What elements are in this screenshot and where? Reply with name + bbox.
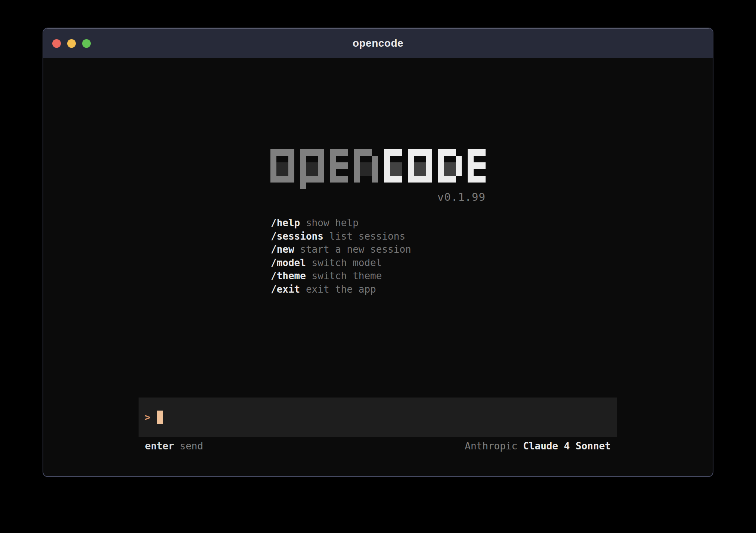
title-bar: opencode (43, 28, 713, 58)
command-item: /help show help (271, 216, 411, 230)
command-name: /theme (271, 270, 306, 281)
close-button[interactable] (52, 39, 61, 48)
command-description: list sessions (329, 231, 406, 242)
model-label: Claude 4 Sonnet (523, 440, 611, 452)
status-bar: entersend AnthropicClaude 4 Sonnet (139, 439, 617, 453)
opencode-logo (270, 149, 486, 189)
input-line: > (139, 398, 617, 437)
command-item: /exit exit the app (271, 283, 411, 296)
command-description: switch theme (312, 270, 382, 281)
version-label: v0.1.99 (270, 190, 486, 204)
terminal-content: v0.1.99 /help show help/sessions list se… (43, 58, 713, 476)
command-description: exit the app (306, 284, 376, 295)
keybind-hint: entersend (145, 439, 203, 453)
command-name: /help (271, 217, 300, 228)
prompt-symbol: > (145, 412, 151, 423)
keybind-action: send (180, 440, 203, 452)
command-name: /exit (271, 284, 300, 295)
keybind-key: enter (145, 440, 174, 452)
model-indicator: AnthropicClaude 4 Sonnet (465, 439, 611, 453)
app-window: opencode v0.1.99 /help show help/session… (43, 28, 713, 477)
command-name: /new (271, 244, 294, 255)
provider-label: Anthropic (465, 440, 517, 452)
command-item: /new start a new session (271, 243, 411, 256)
command-list: /help show help/sessions list sessions/n… (271, 216, 411, 296)
text-cursor (157, 411, 163, 424)
command-description: start a new session (300, 244, 411, 255)
zoom-button[interactable] (82, 39, 91, 48)
command-description: switch model (312, 257, 382, 268)
command-item: /theme switch theme (271, 269, 411, 283)
command-item: /sessions list sessions (271, 230, 411, 243)
command-name: /model (271, 257, 306, 268)
window-title: opencode (353, 37, 403, 49)
command-item: /model switch model (271, 256, 411, 270)
command-name: /sessions (271, 231, 323, 242)
command-description: show help (306, 217, 359, 228)
traffic-lights (52, 28, 91, 58)
prompt-input[interactable]: > (139, 398, 617, 437)
minimize-button[interactable] (67, 39, 76, 48)
